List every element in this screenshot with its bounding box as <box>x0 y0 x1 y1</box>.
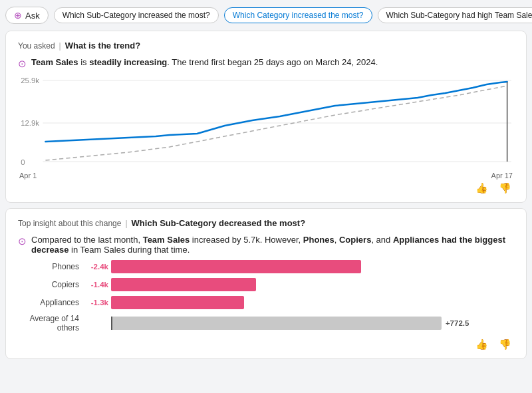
suggestion-label-2: Which Sub-Category had high Team Sales? <box>386 11 532 20</box>
bar-pos-value: +772.5 <box>446 319 469 327</box>
decrease-insight-icon: ⊙ <box>18 235 27 247</box>
ask-button[interactable]: ⊕ Ask <box>5 7 49 24</box>
bar-track-appliances <box>111 296 514 309</box>
team-sales-2: Team Sales <box>143 235 190 245</box>
top-insight-prefix: Top insight about this change <box>18 219 121 228</box>
bar-section: Phones -2.4k Copiers -1.4k Appliances -1… <box>18 260 514 332</box>
bar-value-phones: -2.4k <box>84 263 108 271</box>
bar-anchor <box>111 317 112 330</box>
thumbs-row-1: 👍 👎 <box>18 181 514 196</box>
bar-fill-others <box>111 317 442 330</box>
bar-label-appliances: Appliances <box>18 298 84 307</box>
bar-fill-phones <box>111 260 361 273</box>
bar-label-phones: Phones <box>18 262 84 271</box>
thumbdown-btn-2[interactable]: 👎 <box>496 337 514 352</box>
bar-value-copiers: -1.4k <box>84 281 108 289</box>
ask-icon: ⊕ <box>14 10 22 21</box>
svg-text:12.9k: 12.9k <box>21 119 39 127</box>
trend-chart: 25.9k 12.9k 0 Apr 1 Apr 17 <box>18 75 514 178</box>
trend-question: What is the trend? <box>65 41 140 51</box>
ask-label: Ask <box>25 11 40 21</box>
you-asked-bar: You asked | What is the trend? <box>18 41 514 51</box>
trend-card: You asked | What is the trend? ⊙ Team Sa… <box>5 31 527 203</box>
you-asked-prefix: You asked <box>18 41 55 51</box>
chart-x-labels: Apr 1 Apr 17 <box>18 172 514 180</box>
decrease-insight-text: Compared to the last month, Team Sales i… <box>31 235 514 255</box>
suggestion-btn-0[interactable]: Which Sub-Category increased the most? <box>54 7 219 23</box>
bar-label-others: Average of 14 others <box>18 314 84 332</box>
phones-label: Phones <box>303 235 334 245</box>
bar-row-copiers: Copiers -1.4k <box>18 278 514 291</box>
decrease-insight-header: Top insight about this change | Which Su… <box>18 218 514 228</box>
you-asked-divider: | <box>59 41 61 51</box>
bar-label-copiers: Copiers <box>18 280 84 289</box>
x-label-left: Apr 1 <box>19 172 37 180</box>
trend-insight-text: Team Sales is steadily increasing. The t… <box>31 57 378 67</box>
thumbs-row-2: 👍 👎 <box>18 337 514 352</box>
decrease-question: Which Sub-Category decreased the most? <box>132 218 306 228</box>
svg-text:25.9k: 25.9k <box>21 76 39 84</box>
suggestion-label-1: Which Category increased the most? <box>233 11 364 20</box>
decrease-insight-row: ⊙ Compared to the last month, Team Sales… <box>18 235 514 255</box>
top-bar: ⊕ Ask Which Sub-Category increased the m… <box>5 5 527 25</box>
suggestion-label-0: Which Sub-Category increased the most? <box>63 11 210 20</box>
bar-row-others: Average of 14 others +772.5 <box>18 314 514 332</box>
x-label-right: Apr 17 <box>491 172 513 180</box>
bar-track-others: +772.5 <box>111 317 514 330</box>
trend-insight-row: ⊙ Team Sales is steadily increasing. The… <box>18 57 514 70</box>
bar-fill-appliances <box>111 296 244 309</box>
bar-row-phones: Phones -2.4k <box>18 260 514 273</box>
bar-value-appliances: -1.3k <box>84 299 108 307</box>
trend-insight-icon: ⊙ <box>18 58 27 70</box>
thumbup-btn-2[interactable]: 👍 <box>473 337 491 352</box>
bar-track-copiers <box>111 278 514 291</box>
steadily-increasing: steadily increasing <box>89 57 167 67</box>
team-sales-bold: Team Sales <box>31 57 78 67</box>
thumbdown-btn-1[interactable]: 👎 <box>496 181 514 196</box>
appliances-label: Appliances <box>393 235 439 245</box>
copiers-label: Copiers <box>339 235 371 245</box>
bar-fill-copiers <box>111 278 256 291</box>
trend-svg: 25.9k 12.9k 0 <box>18 75 514 168</box>
suggestion-btn-2[interactable]: Which Sub-Category had high Team Sales? <box>378 7 532 23</box>
insight-header-divider: | <box>125 219 127 228</box>
bar-track-phones <box>111 260 514 273</box>
bar-row-appliances: Appliances -1.3k <box>18 296 514 309</box>
svg-text:0: 0 <box>21 158 25 166</box>
decrease-card: Top insight about this change | Which Su… <box>5 208 527 359</box>
thumbup-btn-1[interactable]: 👍 <box>473 181 491 196</box>
suggestion-btn-1[interactable]: Which Category increased the most? <box>224 7 372 23</box>
